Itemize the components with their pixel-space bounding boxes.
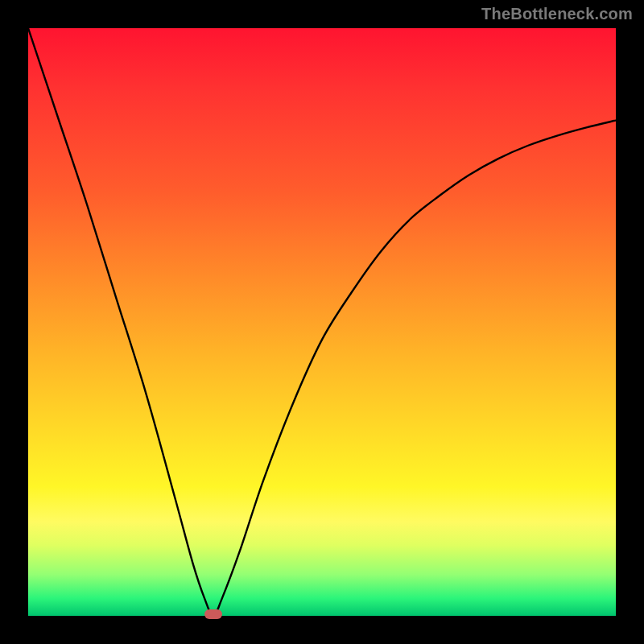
bottleneck-curve-path	[28, 28, 616, 616]
optimum-marker	[204, 609, 222, 619]
chart-frame: TheBottleneck.com	[0, 0, 644, 644]
plot-area	[28, 28, 616, 616]
watermark-text: TheBottleneck.com	[481, 5, 633, 23]
curve-svg	[28, 28, 616, 616]
